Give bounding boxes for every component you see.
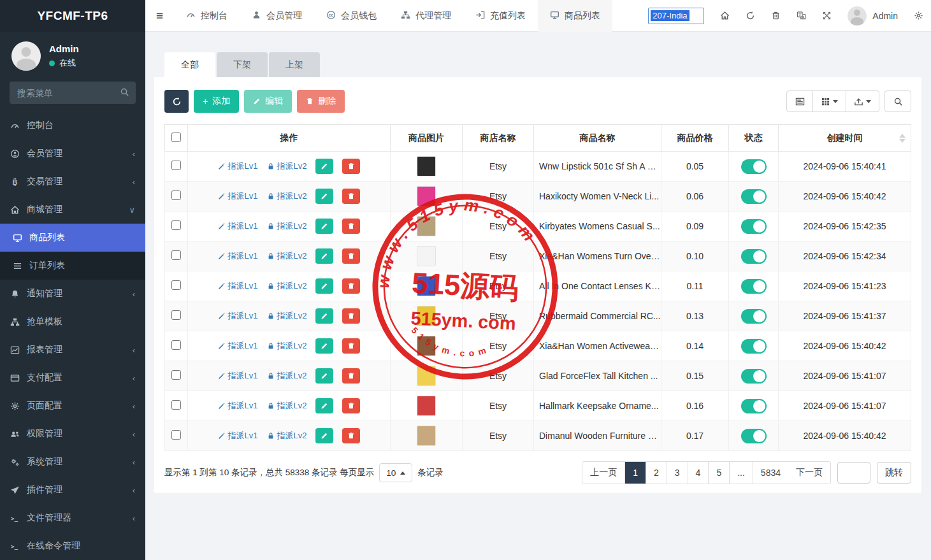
page-ellipsis[interactable]: ...: [730, 462, 753, 484]
status-toggle[interactable]: [741, 279, 767, 294]
home-icon[interactable]: [720, 11, 730, 20]
sidebar-item-mall[interactable]: 商城管理∨: [0, 196, 145, 224]
row-checkbox[interactable]: [171, 400, 181, 410]
delete-row-button[interactable]: [342, 189, 360, 204]
delete-row-button[interactable]: [342, 368, 360, 384]
assign-lv1-link[interactable]: 指派Lv1: [218, 400, 258, 412]
assign-lv1-link[interactable]: 指派Lv1: [218, 340, 258, 352]
sidebar-item-transactions[interactable]: B 交易管理‹: [0, 168, 145, 196]
page-button[interactable]: 5834: [753, 462, 788, 484]
admin-menu[interactable]: Admin: [848, 6, 898, 25]
sidebar-item-system[interactable]: 系统管理‹: [0, 448, 145, 476]
assign-lv1-link[interactable]: 指派Lv1: [218, 310, 258, 322]
edit-row-button[interactable]: [315, 248, 333, 264]
sidebar-item-file-manager[interactable]: >_ 文件管理器‹: [0, 504, 145, 532]
row-checkbox[interactable]: [171, 220, 181, 230]
tab-on-shelf[interactable]: 上架: [269, 52, 320, 77]
assign-lv2-link[interactable]: 指派Lv2: [267, 250, 307, 262]
page-button[interactable]: 1: [625, 462, 646, 484]
delete-row-button[interactable]: [342, 278, 360, 294]
sidebar-search-input[interactable]: [10, 82, 136, 104]
assign-lv2-link[interactable]: 指派Lv2: [267, 280, 307, 292]
sidebar-item-product-list[interactable]: 商品列表: [0, 224, 145, 252]
delete-button[interactable]: 删除: [297, 90, 345, 113]
sidebar-item-notifications[interactable]: 通知管理‹: [0, 280, 145, 308]
sidebar-item-payment-config[interactable]: 支付配置‹: [0, 364, 145, 392]
status-toggle[interactable]: [741, 399, 767, 413]
sidebar-item-dashboard[interactable]: 控制台: [0, 111, 145, 140]
page-button[interactable]: 2: [646, 462, 667, 484]
fullscreen-icon[interactable]: [822, 11, 832, 20]
edit-row-button[interactable]: [315, 428, 333, 443]
topnav-item-product-list[interactable]: 商品列表: [538, 0, 612, 32]
status-toggle[interactable]: [741, 249, 767, 264]
assign-lv1-link[interactable]: 指派Lv1: [218, 190, 258, 202]
row-checkbox[interactable]: [171, 340, 181, 350]
assign-lv1-link[interactable]: 指派Lv1: [218, 161, 258, 172]
delete-row-button[interactable]: [342, 308, 360, 324]
topnav-item-dashboard[interactable]: 控制台: [174, 0, 240, 32]
assign-lv1-link[interactable]: 指派Lv1: [218, 250, 258, 262]
topnav-item-wallet[interactable]: cc 会员钱包: [314, 0, 389, 32]
assign-lv1-link[interactable]: 指派Lv1: [218, 220, 258, 232]
edit-row-button[interactable]: [315, 219, 333, 234]
row-checkbox[interactable]: [171, 250, 181, 260]
assign-lv2-link[interactable]: 指派Lv2: [267, 310, 307, 322]
status-toggle[interactable]: [741, 189, 767, 204]
columns-dropdown-button[interactable]: [813, 90, 846, 112]
tab-all[interactable]: 全部: [164, 52, 215, 77]
status-toggle[interactable]: [741, 159, 767, 174]
row-checkbox[interactable]: [171, 310, 181, 320]
sidebar-item-page-config[interactable]: 页面配置‹: [0, 392, 145, 420]
assign-lv1-link[interactable]: 指派Lv1: [218, 280, 258, 292]
status-toggle[interactable]: [741, 369, 767, 384]
row-checkbox[interactable]: [171, 161, 181, 170]
sidebar-item-permissions[interactable]: 权限管理‹: [0, 420, 145, 448]
prev-page-button[interactable]: 上一页: [582, 462, 625, 484]
assign-lv2-link[interactable]: 指派Lv2: [267, 400, 307, 412]
edit-row-button[interactable]: [315, 159, 333, 174]
detail-view-button[interactable]: [786, 90, 813, 112]
page-button[interactable]: 3: [667, 462, 688, 484]
row-checkbox[interactable]: [171, 430, 181, 440]
delete-row-button[interactable]: [342, 428, 360, 443]
sidebar-item-reports[interactable]: 报表管理‹: [0, 336, 145, 364]
header-created-time[interactable]: 创建时间: [779, 125, 911, 152]
assign-lv2-link[interactable]: 指派Lv2: [267, 220, 307, 232]
add-button[interactable]: +添加: [194, 90, 239, 113]
export-dropdown-button[interactable]: [846, 90, 879, 112]
status-toggle[interactable]: [741, 309, 767, 324]
page-size-dropdown[interactable]: 10: [379, 463, 412, 482]
topnav-item-members[interactable]: 会员管理: [240, 0, 314, 32]
search-toggle-button[interactable]: [884, 90, 911, 112]
delete-row-button[interactable]: [342, 248, 360, 264]
assign-lv2-link[interactable]: 指派Lv2: [267, 430, 307, 442]
topnav-item-recharge[interactable]: 充值列表: [463, 0, 538, 32]
assign-lv1-link[interactable]: 指派Lv1: [218, 430, 258, 442]
sidebar-item-order-template[interactable]: 抢单模板: [0, 308, 145, 336]
jump-page-input[interactable]: [837, 462, 870, 484]
trash-icon[interactable]: [771, 11, 781, 20]
refresh-icon[interactable]: [746, 11, 755, 20]
row-checkbox[interactable]: [171, 190, 181, 200]
assign-lv2-link[interactable]: 指派Lv2: [267, 370, 307, 382]
assign-lv1-link[interactable]: 指派Lv1: [218, 370, 258, 382]
sidebar-item-online-command[interactable]: >_ 在线命令管理: [0, 532, 145, 560]
assign-lv2-link[interactable]: 指派Lv2: [267, 340, 307, 352]
edit-row-button[interactable]: [315, 338, 333, 354]
edit-row-button[interactable]: [315, 189, 333, 204]
language-icon[interactable]: 文A: [797, 11, 806, 20]
edit-row-button[interactable]: [315, 398, 333, 413]
page-button[interactable]: 4: [688, 462, 709, 484]
status-toggle[interactable]: [741, 429, 767, 443]
refresh-button[interactable]: [164, 90, 189, 113]
sidebar-item-plugins[interactable]: 插件管理‹: [0, 476, 145, 504]
status-toggle[interactable]: [741, 339, 767, 354]
sidebar-item-members[interactable]: 会员管理‹: [0, 140, 145, 168]
status-toggle[interactable]: [741, 219, 767, 234]
row-checkbox[interactable]: [171, 280, 181, 290]
menu-toggle-icon[interactable]: ≡: [145, 9, 174, 23]
edit-row-button[interactable]: [315, 368, 333, 384]
tab-off-shelf[interactable]: 下架: [217, 52, 268, 77]
delete-row-button[interactable]: [342, 219, 360, 234]
